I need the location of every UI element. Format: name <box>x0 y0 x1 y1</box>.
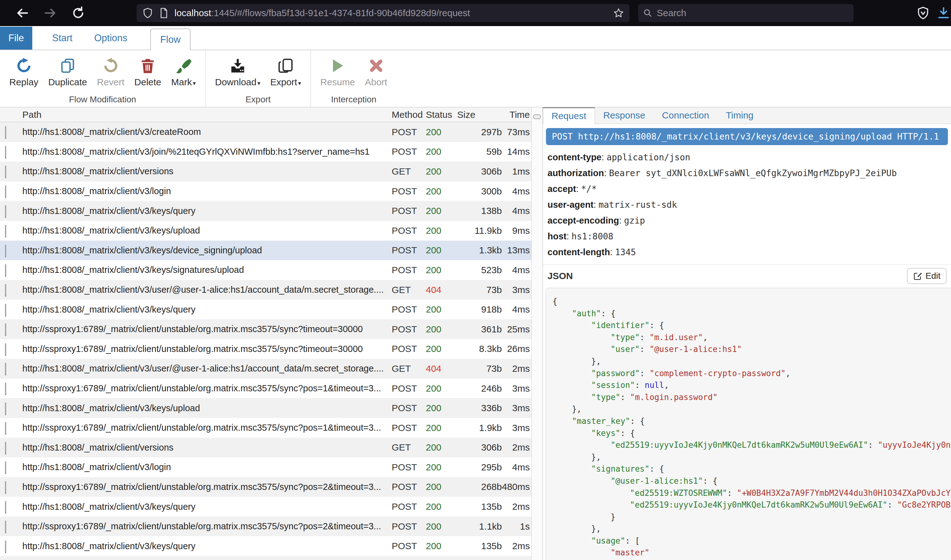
header-row[interactable]: content-type application/json <box>548 149 951 165</box>
column-time[interactable]: Time <box>502 109 530 120</box>
table-row[interactable]: http://hs1:8008/_matrix/client/v3/user/@… <box>0 359 531 378</box>
search-bar[interactable] <box>638 4 854 22</box>
tab-response[interactable]: Response <box>595 107 654 124</box>
json-token: }, <box>591 452 601 462</box>
bookmark-star-icon[interactable] <box>613 8 624 18</box>
table-row[interactable]: http://hs1:8008/_matrix/client/v3/keys/q… <box>0 497 531 517</box>
flow-path: http://hs1:8008/_matrix/client/v3/keys/s… <box>22 265 392 275</box>
flow-list-scrollbar[interactable] <box>531 107 543 560</box>
scrollbar-thumb[interactable] <box>533 114 541 119</box>
flow-time: 480ms <box>502 482 530 492</box>
column-method[interactable]: Method <box>392 109 426 120</box>
json-token: "session" <box>591 380 635 390</box>
column-path[interactable]: Path <box>22 109 392 120</box>
tab-request[interactable]: Request <box>543 107 595 124</box>
duplicate-button[interactable]: Duplicate <box>43 53 92 93</box>
header-row[interactable]: accept */* <box>548 181 951 197</box>
column-size[interactable]: Size <box>455 109 502 120</box>
url-bar[interactable]: localhost:1445/#/flows/fba5f13d-91e1-437… <box>137 4 630 22</box>
header-row[interactable]: authorization Bearer syt_dXNlci0xLWFsaWN… <box>548 165 951 181</box>
edit-button[interactable]: Edit <box>907 268 946 284</box>
json-token: "type" <box>591 392 621 402</box>
flow-size: 1.3kb <box>455 245 502 255</box>
flow-size: 135b <box>455 541 502 551</box>
json-token: : { <box>703 476 718 486</box>
page-icon[interactable] <box>158 8 170 18</box>
header-row[interactable]: host hs1:8008 <box>548 229 951 245</box>
request-line[interactable]: POST http://hs1:8008/_matrix/client/v3/k… <box>546 128 948 145</box>
extension-shield-icon[interactable] <box>916 6 930 20</box>
delete-button[interactable]: Delete <box>130 53 166 93</box>
table-row[interactable]: http://ssproxy1:6789/_matrix/client/unst… <box>0 477 531 497</box>
column-status[interactable]: Status <box>426 109 455 120</box>
flow-method: POST <box>392 304 426 315</box>
header-name: content-length <box>548 247 615 257</box>
table-row[interactable]: http://ssproxy1:6789/_matrix/client/unst… <box>0 517 531 537</box>
reload-icon[interactable] <box>71 6 86 20</box>
flow-list-header[interactable]: Path Method Status Size Time <box>0 107 531 122</box>
table-row[interactable]: http://hs1:8008/_matrix/client/v3/login … <box>0 457 531 477</box>
table-row[interactable]: http://hs1:8008/_matrix/client/v3/keys/q… <box>0 201 531 221</box>
flow-time: 2ms <box>502 442 530 453</box>
table-row[interactable]: http://ssproxy1:6789/_matrix/client/unst… <box>0 418 531 438</box>
tab-flow[interactable]: Flow <box>150 29 190 50</box>
json-token: "@user-1-alice:hs1" <box>649 345 741 354</box>
table-row[interactable] <box>0 556 531 560</box>
tab-timing[interactable]: Timing <box>718 107 762 124</box>
search-input[interactable] <box>657 8 849 18</box>
abort-button[interactable]: Abort <box>360 53 392 93</box>
flow-time: 4ms <box>502 304 530 315</box>
header-row[interactable]: content-length 1345 <box>548 245 951 260</box>
header-value: application/json <box>607 152 690 163</box>
flow-method: GET <box>392 285 426 295</box>
header-row[interactable]: accept-encoding gzip <box>548 213 951 229</box>
menu-start[interactable]: Start <box>52 27 72 49</box>
group-label-interception: Interception <box>315 93 392 107</box>
json-body[interactable]: {"auth": {"identifier": {"type": "m.id.u… <box>546 288 951 560</box>
shield-icon[interactable] <box>142 8 153 18</box>
json-line: "master" <box>553 547 951 559</box>
resume-button[interactable]: Resume <box>315 53 360 93</box>
export-button[interactable]: Export▾ <box>266 53 306 93</box>
menu-file[interactable]: File <box>0 27 32 49</box>
flow-size: 295b <box>455 462 502 472</box>
table-row[interactable]: http://hs1:8008/_matrix/client/v3/login … <box>0 182 531 201</box>
download-button[interactable]: Download▾ <box>210 53 266 93</box>
downloads-icon[interactable] <box>937 6 950 20</box>
flow-path: http://ssproxy1:6789/_matrix/client/unst… <box>22 521 392 531</box>
table-row[interactable]: http://hs1:8008/_matrix/client/versions … <box>0 438 531 458</box>
flow-time: 73ms <box>502 127 530 137</box>
table-row[interactable]: http://hs1:8008/_matrix/client/v3/keys/q… <box>0 536 531 556</box>
table-row[interactable]: http://hs1:8008/_matrix/client/v3/user/@… <box>0 280 531 300</box>
duplicate-label: Duplicate <box>48 77 87 88</box>
json-token: : <box>635 380 645 390</box>
flow-time: 25ms <box>502 324 530 335</box>
flow-icon <box>5 383 6 395</box>
header-name: content-type <box>548 152 607 163</box>
table-row[interactable]: http://hs1:8008/_matrix/client/v3/keys/u… <box>0 221 531 241</box>
json-token: : <box>640 333 649 342</box>
replay-button[interactable]: Replay <box>5 53 43 93</box>
mark-button[interactable]: Mark▾ <box>166 53 201 93</box>
table-row[interactable]: http://hs1:8008/_matrix/client/versions … <box>0 162 531 182</box>
table-row[interactable]: http://hs1:8008/_matrix/client/v3/create… <box>0 122 531 142</box>
forward-icon[interactable] <box>43 6 58 20</box>
group-export: Download▾ Export▾ Export <box>205 50 310 107</box>
revert-button[interactable]: Revert <box>92 53 129 93</box>
json-line: "type": "m.login.password" <box>553 391 951 403</box>
table-row[interactable]: http://ssproxy1:6789/_matrix/client/unst… <box>0 319 531 339</box>
table-row[interactable]: http://hs1:8008/_matrix/client/v3/keys/s… <box>0 260 531 280</box>
flow-path: http://hs1:8008/_matrix/client/v3/keys/u… <box>22 403 392 413</box>
table-row[interactable]: http://hs1:8008/_matrix/client/v3/keys/d… <box>0 241 531 260</box>
table-row[interactable]: http://hs1:8008/_matrix/client/v3/join/%… <box>0 142 531 162</box>
table-row[interactable]: http://hs1:8008/_matrix/client/v3/keys/q… <box>0 300 531 319</box>
table-row[interactable]: http://hs1:8008/_matrix/client/v3/keys/u… <box>0 398 531 418</box>
table-row[interactable]: http://ssproxy1:6789/_matrix/client/unst… <box>0 378 531 398</box>
back-icon[interactable] <box>15 6 30 20</box>
menu-options[interactable]: Options <box>94 27 127 49</box>
tab-connection[interactable]: Connection <box>654 107 718 124</box>
json-line: }, <box>553 355 951 368</box>
table-row[interactable]: http://ssproxy1:6789/_matrix/client/unst… <box>0 339 531 359</box>
flow-status: 200 <box>426 166 455 177</box>
header-row[interactable]: user-agent matrix-rust-sdk <box>548 197 951 213</box>
